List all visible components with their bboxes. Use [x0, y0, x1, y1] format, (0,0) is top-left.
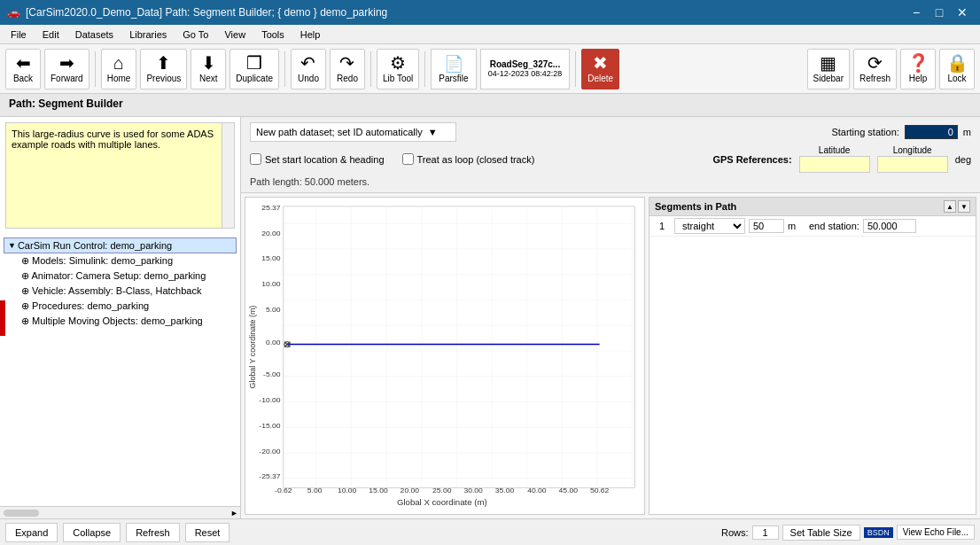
tree-root[interactable]: ▼ CarSim Run Control: demo_parking — [4, 237, 237, 253]
checkboxes-row: Set start location & heading Treat as lo… — [250, 145, 971, 173]
menu-datasets[interactable]: Datasets — [68, 27, 121, 42]
tree-child-label-1: Animator: Camera Setup: demo_parking — [31, 270, 206, 281]
menu-help[interactable]: Help — [293, 27, 328, 42]
collapse-button[interactable]: Collapse — [63, 523, 121, 542]
titlebar-controls: − □ ✕ — [906, 4, 973, 21]
set-table-size-button[interactable]: Set Table Size — [782, 525, 860, 541]
description-box: This large-radius curve is used for some… — [5, 122, 235, 229]
sep2 — [284, 51, 285, 87]
path-controls-row: New path dataset; set ID automatically ▼… — [250, 122, 971, 142]
page-title-bar: Path: Segment Builder — [0, 94, 980, 117]
refresh-label: Refresh — [859, 74, 891, 83]
refresh-icon: ⟳ — [867, 54, 883, 72]
view-echo-file-button[interactable]: View Echo File... — [897, 525, 975, 540]
tree-child-label-3: Procedures: demo_parking — [32, 300, 149, 311]
tree-plus-icon-2: ⊕ — [21, 285, 32, 296]
segments-title: Segments in Path — [655, 201, 736, 212]
home-button[interactable]: ⌂ Home — [101, 49, 137, 90]
refresh-button[interactable]: ⟳ Refresh — [853, 49, 897, 90]
help-button[interactable]: ❓ Help — [900, 49, 936, 90]
menu-goto[interactable]: Go To — [175, 27, 215, 42]
delete-button[interactable]: ✖ Delete — [581, 49, 619, 90]
treat-loop-checkbox-label[interactable]: Treat as loop (closed track) — [402, 153, 535, 165]
menu-libraries[interactable]: Libraries — [122, 27, 174, 42]
longitude-input[interactable] — [877, 156, 948, 173]
back-button[interactable]: ⬅ Back — [5, 49, 41, 90]
forward-label: Forward — [51, 74, 83, 83]
bottom-refresh-button[interactable]: Refresh — [126, 523, 180, 542]
svg-text:20.00: 20.00 — [401, 487, 420, 494]
tree-expand-icon: ▼ — [8, 241, 16, 250]
sidebar-icon: ▦ — [820, 54, 836, 72]
sidebar-button[interactable]: ▦ Sidebar — [807, 49, 850, 90]
seg-end-station-input-0[interactable] — [863, 219, 916, 233]
tree-child-2[interactable]: ⊕ Vehicle: Assembly: B-Class, Hatchback — [4, 284, 237, 299]
next-button[interactable]: ⬇ Next — [191, 49, 226, 90]
seg-type-dropdown-0[interactable]: straight curve — [674, 218, 745, 234]
lock-icon: 🔒 — [946, 54, 968, 72]
previous-button[interactable]: ⬆ Previous — [140, 49, 187, 90]
sep4 — [424, 51, 425, 87]
svg-text:35.00: 35.00 — [495, 487, 515, 494]
left-panel-scrollbar: ► — [0, 506, 240, 518]
duplicate-label: Duplicate — [236, 74, 273, 83]
menu-tools[interactable]: Tools — [254, 27, 292, 42]
svg-text:-15.00: -15.00 — [259, 422, 281, 430]
dataset-dropdown[interactable]: New path dataset; set ID automatically ▼ — [250, 122, 456, 142]
deg-label: deg — [955, 154, 971, 165]
tree-child-0[interactable]: ⊕ Models: Simulink: demo_parking — [4, 253, 237, 269]
titlebar: 🚗 [CarSim2020.0_Demo_Data] Path: Segment… — [0, 0, 980, 25]
redo-button[interactable]: ↷ Redo — [330, 49, 365, 90]
parsfile-area[interactable]: 📄 Parsfile — [431, 49, 476, 90]
latitude-input[interactable] — [799, 156, 870, 173]
bottom-right: Rows: Set Table Size BSDN View Echo File… — [721, 525, 975, 541]
menu-view[interactable]: View — [217, 27, 253, 42]
set-start-checkbox-label[interactable]: Set start location & heading — [250, 153, 385, 165]
previous-label: Previous — [146, 74, 181, 83]
toolbar-right: ▦ Sidebar ⟳ Refresh ❓ Help 🔒 Lock — [807, 49, 975, 90]
svg-text:25.00: 25.00 — [432, 487, 452, 494]
redo-label: Redo — [337, 74, 358, 83]
scrollbar-thumb[interactable] — [4, 510, 39, 517]
set-start-checkbox[interactable] — [250, 153, 261, 165]
forward-icon: ➡ — [59, 54, 74, 72]
file-info-area[interactable]: RoadSeg_327c... 04-12-2023 08:42:28 — [480, 49, 571, 90]
starting-station-input[interactable] — [905, 125, 958, 139]
duplicate-button[interactable]: ❒ Duplicate — [229, 49, 279, 90]
close-button[interactable]: ✕ — [952, 4, 973, 21]
reset-button[interactable]: Reset — [185, 523, 230, 542]
longitude-label: Longitude — [893, 145, 932, 155]
tree-child-1[interactable]: ⊕ Animator: Camera Setup: demo_parking — [4, 269, 237, 284]
expand-button[interactable]: Expand — [5, 523, 58, 542]
treat-loop-checkbox[interactable] — [402, 153, 414, 165]
libtool-button[interactable]: ⚙ Lib Tool — [377, 49, 419, 90]
page-title: Path: Segment Builder — [9, 97, 123, 110]
segments-scroll-down[interactable]: ▼ — [958, 200, 970, 213]
segments-scroll-up[interactable]: ▲ — [944, 200, 956, 213]
home-label: Home — [107, 74, 131, 83]
rows-input[interactable] — [752, 526, 779, 540]
undo-button[interactable]: ↶ Undo — [291, 49, 326, 90]
maximize-button[interactable]: □ — [929, 4, 950, 21]
scroll-right-arrow[interactable]: ► — [230, 509, 238, 518]
forward-button[interactable]: ➡ Forward — [44, 49, 89, 90]
minimize-button[interactable]: − — [906, 4, 927, 21]
seg-value-input-0[interactable] — [749, 219, 784, 233]
treat-loop-text: Treat as loop (closed track) — [417, 154, 535, 165]
menu-file[interactable]: File — [4, 27, 34, 42]
tree-child-3[interactable]: ⊕ Procedures: demo_parking — [4, 299, 237, 314]
menu-edit[interactable]: Edit — [35, 27, 66, 42]
tree-child-label-4: Multiple Moving Objects: demo_parking — [32, 315, 203, 326]
parsfile-icon: 📄 — [444, 54, 463, 74]
lock-label: Lock — [947, 74, 966, 83]
tree-child-4[interactable]: ⊕ Multiple Moving Objects: demo_parking — [4, 314, 237, 329]
lock-button[interactable]: 🔒 Lock — [939, 49, 975, 90]
back-label: Back — [13, 74, 33, 83]
svg-text:15.00: 15.00 — [261, 255, 281, 263]
undo-label: Undo — [298, 74, 319, 83]
description-scrollbar[interactable] — [222, 123, 234, 228]
gps-area: GPS References: Latitude Longitude deg — [712, 145, 971, 173]
svg-text:Global X coordinate (m): Global X coordinate (m) — [397, 498, 487, 507]
starting-station-label: Starting station: — [831, 127, 898, 137]
menubar: File Edit Datasets Libraries Go To View … — [0, 25, 980, 44]
